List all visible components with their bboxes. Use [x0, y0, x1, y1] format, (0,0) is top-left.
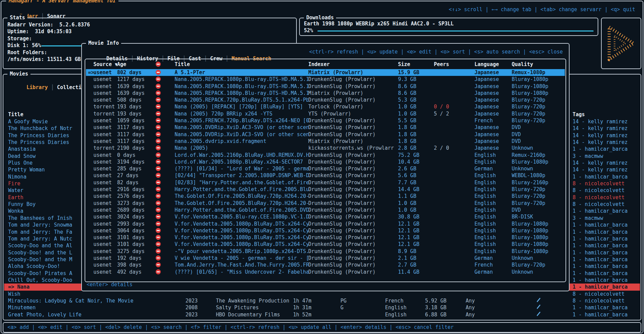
- release-title: V.for.Vendetta.2005.1080p.BluRay.DTS.x26…: [175, 227, 308, 234]
- search-result-row[interactable]: usenet 1639 days Nana.2005.REPACK.1080p.…: [86, 90, 565, 97]
- movie-tag: 14 - kelly ramirez: [573, 166, 640, 173]
- release-quality: Bluray-1080p: [512, 241, 565, 248]
- movie-row[interactable]: Great Photo, Lovely Life 2023 HBO Docume…: [4, 311, 640, 318]
- release-source: usenet: [93, 159, 117, 165]
- column-source[interactable]: Source ▼: [93, 61, 117, 68]
- search-result-row[interactable]: usenet 3101 days V.for.Vendetta.2005.108…: [86, 234, 565, 241]
- search-result-row[interactable]: usenet 3101 days V.for.Vendetta.2005.108…: [86, 241, 565, 248]
- release-quality: Bluray-1080p: [512, 248, 565, 255]
- search-result-row[interactable]: usenet 285 days (????) [01/34] - "Lord o…: [86, 165, 565, 172]
- release-title: -"V pour vendetta.2005.BRrip.1080p.x264-…: [175, 248, 308, 255]
- release-language: English: [474, 241, 512, 248]
- search-result-row[interactable]: usenet 3024 days V.for.Vendetta.2005.Blu…: [86, 213, 565, 220]
- selection-marker: [86, 179, 93, 186]
- movie-tag: 8 - nicolecolvett: [573, 180, 640, 187]
- release-peers: [434, 165, 474, 172]
- release-peers: [434, 221, 474, 227]
- release-peers: [434, 255, 474, 262]
- release-title: V.for.Vendetta.2005.Blu-ray.CEE.1080p.VC…: [175, 213, 308, 220]
- search-result-row[interactable]: usenet 2689 days Harry.Potter.and.the.Go…: [86, 207, 565, 213]
- release-peers: [434, 186, 474, 193]
- release-indexer: DrunkenSlug (Prowlarr): [308, 248, 398, 255]
- release-title: The.Goblet.Of.Fire.2005.BluRay.720p.H264…: [175, 200, 308, 207]
- search-result-row[interactable]: usenet 3064 days V.for.Vendetta.2005.108…: [86, 227, 565, 234]
- rejected-icon: [156, 166, 161, 171]
- release-indexer: DrunkenSlug (Prowlarr): [308, 97, 398, 103]
- search-result-row[interactable]: usenet 1217 days Nana.2005.REPACK.1080p.…: [86, 76, 565, 83]
- release-peers: [434, 152, 474, 159]
- release-title: Harry.Potter.and.the.Goblet.of.Fire.2005…: [175, 207, 308, 213]
- search-result-row[interactable]: usenet 492 days (????) [01/65] - "Miss U…: [86, 269, 565, 275]
- movie-row[interactable]: Wish 8 - nicolecolvett: [4, 291, 640, 297]
- column-size[interactable]: Size: [398, 61, 434, 68]
- search-result-row[interactable]: usenet 398 days Tom.And.Jerry.The.Fast.A…: [86, 262, 565, 268]
- search-result-row[interactable]: => usenet 802 days A 5.1-PTer Miatrix (P…: [86, 69, 565, 76]
- selection-marker: [86, 241, 93, 248]
- release-peers: [434, 124, 474, 131]
- movie-title: Nana: [17, 284, 29, 290]
- search-result-row[interactable]: usenet 2576 days The.Goblet.Of.Fire.2005…: [86, 193, 565, 200]
- release-quality: Bluray-1080p: [512, 234, 565, 241]
- release-quality: Bluray-720p: [512, 103, 565, 110]
- search-result-row[interactable]: torrent 193 days Nana (2005) [REPACK] [7…: [86, 103, 565, 110]
- column-language[interactable]: Language: [474, 61, 512, 68]
- release-language: German: [474, 269, 512, 275]
- search-result-row[interactable]: torrent 193 days Nana (2005) 720p BRRip …: [86, 110, 565, 117]
- release-peers: [434, 90, 474, 97]
- release-source: usenet: [93, 227, 117, 234]
- search-result-row[interactable]: torrent 2190 days Nana (2005) kickasstor…: [86, 145, 565, 151]
- release-indexer: DrunkenSlug (Prowlarr): [308, 200, 398, 207]
- search-result-row[interactable]: usenet 3117 days Nana.2005.DVDRip.XviD.A…: [86, 131, 565, 138]
- release-source: usenet: [93, 83, 117, 90]
- tab-library[interactable]: Library: [26, 84, 48, 90]
- release-indexer: DrunkenSlug (Prowlarr): [308, 124, 398, 131]
- release-language: Japanese: [474, 138, 512, 145]
- release-indexer: DrunkenSlug (Prowlarr): [308, 193, 398, 200]
- search-result-row[interactable]: usenet 1639 days Nana.2005.REPACK.1080p.…: [86, 83, 565, 90]
- search-result-row[interactable]: usenet 3273 days The.Goblet.Of.Fire.2005…: [86, 200, 565, 207]
- release-source: usenet: [93, 76, 117, 83]
- search-result-row[interactable]: usenet 1059 days Nana.2005.FRENCH.720p.B…: [86, 117, 565, 124]
- search-result-row[interactable]: usenet 27 days [02/44] "Transporter 2.20…: [86, 172, 565, 179]
- release-indexer: DrunkenSlug (Prowlarr): [308, 179, 398, 186]
- release-language: Japanese: [474, 97, 512, 103]
- release-peers: [434, 248, 474, 255]
- release-language: English: [474, 186, 512, 193]
- movie-studio: [216, 291, 293, 297]
- column-peers[interactable]: Peers: [434, 61, 474, 68]
- movie-rating: [340, 291, 385, 297]
- search-result-rows: => usenet 802 days A 5.1-PTer Miatrix (P…: [86, 69, 565, 275]
- column-release-title[interactable]: Title: [175, 61, 308, 68]
- search-result-row[interactable]: usenet 508 days Nana.2005.REPACK.720p.Bl…: [86, 97, 565, 103]
- release-size: 15.9 GB: [398, 69, 434, 76]
- search-result-row[interactable]: usenet 82 days [02/83] "Harry.Potter.and…: [86, 179, 565, 186]
- release-quality: Bluray-720p: [512, 97, 565, 103]
- search-result-row[interactable]: usenet 192 days V wie Vendetta - 2005 - …: [86, 255, 565, 262]
- search-result-row[interactable]: usenet 2993 days V.for.Vendetta.2005.108…: [86, 221, 565, 227]
- bottom-keybind-bar: <a> add | <e> edit | <o> sort | <del> de…: [3, 322, 641, 333]
- release-source: usenet: [93, 90, 117, 97]
- search-result-row[interactable]: usenet 0 days Lord.of.War.2005.2160p.Blu…: [86, 152, 565, 159]
- movie-tag: 1 - hamilcar_barca: [573, 173, 640, 180]
- column-quality[interactable]: Quality: [512, 61, 565, 68]
- search-result-row[interactable]: usenet 3275 days -"V pour vendetta.2005.…: [86, 248, 565, 255]
- column-age[interactable]: Age: [117, 61, 155, 68]
- movie-row[interactable]: Miraculous: Ladybug & Cat Noir, The Movi…: [4, 297, 640, 304]
- release-source: usenet: [93, 207, 117, 213]
- movie-language: English: [385, 304, 425, 311]
- release-age: 193 days: [117, 110, 155, 117]
- search-result-row[interactable]: usenet 2916 days Harry.Potter.and.the.Go…: [86, 186, 565, 193]
- movie-tag: 8 - nicolecolvett: [573, 201, 640, 208]
- release-title: Nana.2005.DVDRip.XviD.AC3-SVO (or other …: [175, 124, 308, 131]
- release-indexer: YTS (Prowlarr): [308, 110, 398, 117]
- managarr-logo-icon: [606, 24, 637, 62]
- release-source: usenet: [93, 117, 117, 124]
- movie-tag: 8 - nicolecolvett: [573, 194, 640, 201]
- movie-row[interactable]: Minutemen 2008 Salty Pictures 1h 31m G E…: [4, 304, 640, 311]
- search-result-row[interactable]: usenet 3117 days nana.2005.dvdrip.xvid.f…: [86, 138, 565, 145]
- search-result-row[interactable]: usenet 3194 days Lord.of.War.2005.1080p.…: [86, 159, 565, 165]
- column-indexer[interactable]: Indexer: [308, 61, 398, 68]
- search-result-row[interactable]: usenet 3117 days Nana.2005.DVDRip.XviD.A…: [86, 124, 565, 131]
- release-quality: Bluray-720p: [512, 200, 565, 207]
- release-indexer: DrunkenSlug (Prowlarr): [308, 269, 398, 275]
